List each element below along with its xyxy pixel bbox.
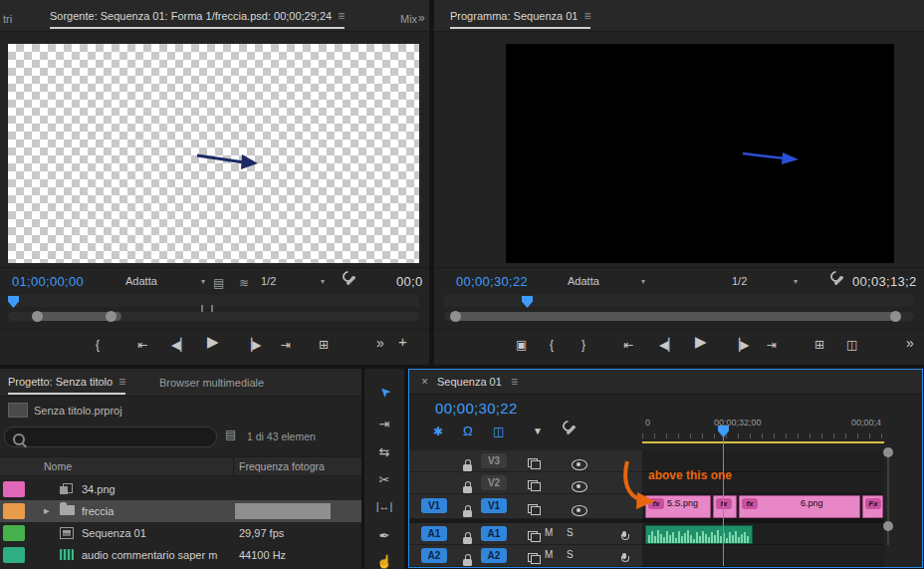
slip-tool[interactable]: |↔|	[364, 500, 404, 512]
ruler-grip-handle[interactable]	[201, 305, 213, 312]
program-mini-ruler[interactable]	[444, 295, 914, 307]
source-patch-badge[interactable]: A1	[421, 526, 447, 541]
sync-lock-icon[interactable]	[528, 504, 541, 515]
solo-button[interactable]: S	[567, 527, 574, 538]
program-timecode[interactable]: 00;00;30;22	[456, 274, 528, 289]
nest-sequences-icon[interactable]: ✱	[433, 424, 443, 439]
timeline-ruler[interactable]: 0 00;00;32;00 00;00;4	[642, 414, 884, 443]
pen-tool[interactable]: ✒	[364, 528, 404, 543]
mute-button[interactable]: M	[545, 549, 553, 560]
panel-menu-icon[interactable]: ≡	[511, 375, 518, 389]
play-button[interactable]: ▶	[207, 334, 219, 350]
program-fit-dropdown[interactable]: Adatta ▾	[568, 275, 645, 287]
step-back-button[interactable]: ◀▏	[659, 337, 677, 353]
track-target-badge[interactable]: V1	[481, 498, 507, 513]
source-zoom-scrollbar[interactable]	[8, 312, 419, 321]
go-to-out-button[interactable]: ⇥	[767, 337, 777, 353]
add-marker-icon[interactable]: ▼	[533, 424, 543, 439]
step-forward-button[interactable]: ▕▶	[731, 337, 749, 353]
track-target-badge[interactable]: A1	[481, 526, 507, 541]
export-frame-button[interactable]: ⊞	[814, 337, 824, 353]
source-fit-dropdown[interactable]: Adatta ▾	[125, 275, 205, 287]
track-select-forward-tool[interactable]: ⇥	[364, 417, 404, 431]
expander-icon[interactable]: ▸	[44, 504, 50, 517]
track-target-badge[interactable]: A2	[481, 548, 507, 563]
source-mini-ruler[interactable]	[8, 295, 419, 307]
track-output-eye-icon[interactable]	[572, 505, 587, 516]
settings-wrench-icon[interactable]	[830, 272, 845, 287]
audio-clip[interactable]	[645, 525, 753, 544]
step-forward-button[interactable]: ▕▶	[243, 337, 261, 353]
list-item[interactable]: Sequenza 01 29,97 fps	[0, 522, 361, 544]
close-tab-icon[interactable]: ×	[421, 375, 428, 389]
sync-lock-icon[interactable]	[528, 480, 541, 491]
source-timecode[interactable]: 01;00;00;00	[12, 274, 84, 289]
drag-video-icon[interactable]: ▤	[213, 275, 224, 291]
mute-button[interactable]: M	[545, 527, 553, 538]
selection-tool[interactable]: ➤	[364, 385, 404, 400]
search-bin-icon[interactable]: ▤	[225, 427, 236, 441]
label-color-chip[interactable]	[3, 481, 25, 497]
source-patch-badge[interactable]: V1	[421, 498, 447, 513]
lock-icon[interactable]	[463, 537, 472, 544]
track-output-eye-icon[interactable]	[572, 459, 587, 470]
track-target-badge[interactable]: V3	[481, 453, 507, 468]
label-color-chip[interactable]	[3, 503, 25, 519]
lock-icon[interactable]	[463, 486, 472, 493]
transport-overflow-chevron-icon[interactable]: »	[906, 335, 914, 351]
voiceover-mic-icon[interactable]	[621, 553, 628, 564]
razor-tool[interactable]: ✂	[364, 472, 404, 487]
timeline-settings-wrench-icon[interactable]	[563, 422, 578, 436]
scrollbar-knob-left[interactable]	[32, 311, 43, 322]
column-divider[interactable]	[233, 457, 234, 475]
clip[interactable]: fx 6.png	[739, 495, 860, 518]
insert-button[interactable]: ⊞	[319, 337, 329, 353]
sync-lock-icon[interactable]	[528, 531, 541, 542]
source-patch-badge[interactable]: A2	[421, 548, 447, 563]
go-to-out-button[interactable]: ⇥	[281, 337, 291, 353]
mark-out-button[interactable]: }	[581, 337, 585, 353]
mark-in-button[interactable]: {	[96, 337, 100, 353]
tab-program-monitor[interactable]: Programma: Sequenza 01 ≡	[450, 9, 590, 29]
vscrollbar-knob-bottom[interactable]	[883, 521, 893, 531]
ripple-edit-tool[interactable]: ⇆	[364, 444, 404, 459]
vscrollbar-knob-top[interactable]	[883, 447, 893, 457]
timeline-timecode[interactable]: 00;00;30;22	[435, 400, 518, 417]
clip[interactable]: Fx	[862, 495, 883, 518]
voiceover-mic-icon[interactable]	[621, 531, 628, 542]
tab-source-monitor[interactable]: Sorgente: Sequenza 01: Forma 1/freccia.p…	[50, 9, 345, 29]
sync-lock-icon[interactable]	[528, 458, 541, 469]
scrollbar-knob-right[interactable]	[106, 311, 116, 322]
tab-audio-mixer[interactable]: Mix	[400, 13, 417, 25]
track-target-badge[interactable]: V2	[481, 475, 507, 490]
lock-icon[interactable]	[463, 559, 472, 566]
list-item[interactable]: audio commentario saper m 44100 Hz	[0, 544, 361, 566]
tab-project[interactable]: Progetto: Senza titolo ≡	[8, 375, 125, 395]
panel-menu-icon[interactable]: ≡	[338, 9, 345, 23]
search-input[interactable]	[29, 428, 212, 445]
go-to-in-button[interactable]: ⇤	[137, 337, 147, 353]
scrollbar-handle[interactable]	[454, 312, 898, 321]
tab-sequence[interactable]: Sequenza 01	[437, 376, 502, 388]
column-header-frame-rate[interactable]: Frequenza fotogra	[239, 460, 325, 472]
play-button[interactable]: ▶	[695, 334, 707, 350]
hand-tool[interactable]: ☝	[364, 554, 404, 569]
step-back-button[interactable]: ◀▏	[171, 337, 189, 353]
column-header-name[interactable]: Nome	[44, 460, 72, 472]
snap-magnet-icon[interactable]: Ω	[463, 424, 473, 439]
scrollbar-knob-left[interactable]	[450, 311, 461, 322]
comparison-view-button[interactable]: ◫	[846, 337, 857, 353]
solo-button[interactable]: S	[567, 549, 574, 560]
track-lane-a2[interactable]	[642, 545, 884, 567]
sync-lock-icon[interactable]	[528, 553, 541, 564]
panel-menu-icon[interactable]: ≡	[583, 9, 590, 23]
tab-overflow-chevron-icon[interactable]: »	[418, 11, 425, 25]
linked-selection-icon[interactable]: ◫	[493, 424, 504, 439]
button-editor-plus-button[interactable]: +	[398, 334, 407, 350]
program-zoom-dropdown[interactable]: 1/2 ▾	[732, 275, 798, 287]
lock-icon[interactable]	[463, 464, 472, 471]
scrollbar-knob-right[interactable]	[890, 311, 901, 322]
go-to-in-button[interactable]: ⇤	[623, 337, 633, 353]
lock-icon[interactable]	[463, 510, 472, 517]
drag-audio-icon[interactable]: ≋	[239, 275, 249, 291]
